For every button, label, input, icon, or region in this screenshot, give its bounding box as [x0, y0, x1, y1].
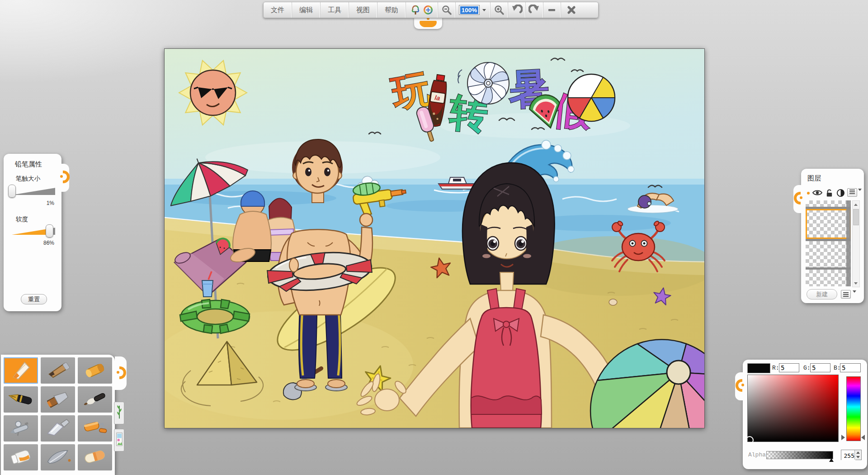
alpha-spinner [841, 450, 862, 460]
brush-size-slider-handle[interactable] [8, 185, 16, 198]
scroll-down-button[interactable] [853, 280, 859, 286]
hue-marker-left[interactable] [841, 435, 845, 440]
beach-scene: 玩 转 暑 假 la [165, 49, 704, 428]
tool-paint-roller[interactable] [78, 415, 112, 442]
layer-scrollbar[interactable] [852, 200, 860, 287]
menu-tools[interactable]: 工具 [321, 2, 349, 18]
redo-icon [528, 5, 540, 15]
stamp-picture-button[interactable] [114, 429, 124, 451]
pencil-panel-title: 铅笔属性 [15, 160, 42, 169]
pencil-panel-handle[interactable] [59, 164, 69, 192]
alpha-label: Alpha [748, 451, 766, 458]
tool-palette-knife[interactable] [41, 415, 75, 442]
layer-menu-button[interactable] [847, 188, 857, 197]
svg-text:la: la [434, 94, 440, 102]
tool-quill[interactable] [41, 444, 75, 470]
layer-thumbnail-top[interactable] [806, 200, 851, 207]
color-picker-panel: R: G: B: Alpha [743, 360, 867, 469]
app-logo-buttons[interactable] [406, 2, 438, 18]
tool-crayon[interactable] [78, 357, 112, 384]
menu-view[interactable]: 视图 [349, 2, 377, 18]
close-button[interactable] [561, 2, 582, 18]
brush-tool-panel [1, 355, 115, 475]
toolbar-collapse-handle[interactable] [414, 17, 442, 29]
menu-help[interactable]: 帮助 [377, 2, 406, 18]
brush-size-label: 笔触大小 [16, 175, 40, 183]
layers-panel: 图层 新建 [801, 169, 864, 303]
alpha-input[interactable] [841, 450, 855, 461]
handle-arc-icon [63, 171, 70, 183]
picture-stamp-icon [116, 430, 123, 450]
saturation-value-square[interactable] [747, 375, 839, 442]
zoom-out-icon [441, 5, 452, 15]
title-beach-ball [568, 74, 615, 121]
handle-smile-icon [420, 21, 437, 27]
redo-button[interactable] [526, 2, 543, 18]
stamp-plant-button[interactable] [114, 402, 124, 424]
layers-bottom-menu-button[interactable] [841, 290, 851, 299]
shell-2 [609, 299, 617, 305]
softness-slider-handle[interactable] [46, 224, 53, 238]
rainbow-swirl-icon [423, 5, 434, 15]
minimize-icon [547, 5, 557, 15]
handle-arc-icon [119, 366, 126, 379]
layer-thumbnail-bottom[interactable] [806, 270, 851, 286]
undo-button[interactable] [508, 2, 526, 18]
new-layer-button[interactable]: 新建 [807, 289, 837, 299]
main-toolbar: 文件 编辑 工具 视图 帮助 100% [263, 2, 599, 18]
r-input[interactable] [779, 363, 799, 372]
scroll-up-button[interactable] [853, 201, 859, 208]
active-dot-icon [807, 192, 810, 195]
app-window: 玩 转 暑 假 la [0, 0, 868, 475]
close-icon [566, 5, 577, 15]
layers-panel-title: 图层 [807, 174, 821, 183]
tool-paint-jar[interactable] [4, 444, 38, 470]
tool-flat-brush[interactable] [41, 386, 75, 413]
g-input[interactable] [810, 363, 830, 372]
color-panel-handle[interactable] [735, 372, 745, 400]
scrollbar-thumb[interactable] [853, 209, 859, 225]
layers-bottom-menu-caret[interactable] [853, 293, 856, 301]
softness-value: 86% [43, 240, 54, 246]
tool-ink-brush[interactable] [78, 386, 112, 413]
undo-icon [511, 5, 523, 15]
layers-panel-handle[interactable] [793, 185, 803, 213]
drawing-canvas[interactable]: 玩 转 暑 假 la [164, 48, 705, 428]
zoom-level-combobox[interactable]: 100% [456, 2, 491, 18]
layer-thumbnail-active[interactable] [806, 209, 851, 239]
tool-wood-pen[interactable] [41, 357, 75, 384]
rainbow-tree-icon [410, 5, 421, 15]
tool-airbrush[interactable] [4, 415, 38, 442]
layer-controls-row [806, 188, 859, 198]
plant-stamp-icon [116, 403, 123, 423]
hue-bar[interactable] [846, 376, 861, 441]
sv-cursor[interactable] [745, 436, 754, 444]
layer-list-edge [846, 200, 851, 286]
tool-fountain-pen[interactable] [4, 386, 38, 413]
alpha-marker[interactable] [829, 458, 834, 462]
tool-panel-handle[interactable] [115, 356, 127, 390]
tool-pencil[interactable] [4, 357, 38, 384]
minimize-button[interactable] [543, 2, 561, 18]
current-color-swatch [747, 363, 770, 373]
menu-file[interactable]: 文件 [264, 2, 292, 18]
alpha-bar[interactable] [766, 451, 833, 459]
hue-marker-right[interactable] [861, 435, 865, 440]
tool-grid [4, 357, 112, 470]
pencil-properties-panel: 铅笔属性 笔触大小 1% 软度 86% 重置 [4, 154, 61, 311]
layer-thumbnail[interactable] [806, 241, 851, 267]
tool-eraser[interactable] [78, 444, 112, 470]
b-input[interactable] [840, 363, 861, 372]
alpha-down-button[interactable] [856, 456, 860, 458]
layer-list [806, 200, 851, 286]
zoom-out-button[interactable] [438, 2, 456, 18]
brush-size-value: 1% [47, 200, 54, 206]
zoom-dropdown-caret[interactable] [481, 5, 487, 14]
layer-menu-caret[interactable] [858, 191, 862, 199]
zoom-in-button[interactable] [491, 2, 508, 18]
handle-dot-icon [800, 196, 802, 199]
reset-button[interactable]: 重置 [21, 294, 47, 304]
alpha-up-button[interactable] [856, 451, 860, 454]
r-label: R: [772, 365, 779, 371]
menu-edit[interactable]: 编辑 [292, 2, 321, 18]
